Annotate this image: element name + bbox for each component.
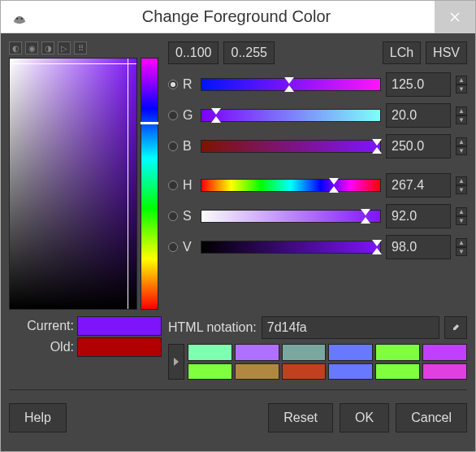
html-notation-label: HTML notation: xyxy=(168,320,257,335)
picker-mode-wheel-icon[interactable]: ◑ xyxy=(41,41,54,54)
channel-slider-r[interactable] xyxy=(201,78,381,91)
old-color-swatch[interactable] xyxy=(77,337,162,357)
close-icon xyxy=(450,12,460,22)
chevron-right-icon xyxy=(173,358,180,366)
swatch-grid xyxy=(188,344,467,380)
swatch-expand-button[interactable] xyxy=(168,344,184,380)
channel-label-r: R xyxy=(183,77,196,92)
picker-mode-row: ◐ ◉ ◑ ▷ ⠿ xyxy=(9,41,162,56)
channel-value-s[interactable]: 92.0 xyxy=(386,204,451,228)
swatch-10[interactable] xyxy=(375,363,420,380)
channel-radio-b[interactable] xyxy=(168,141,178,151)
channel-spin-down-s[interactable]: ▼ xyxy=(456,216,467,225)
channel-value-g[interactable]: 20.0 xyxy=(386,103,451,128)
channel-spin-down-v[interactable]: ▼ xyxy=(456,247,467,256)
picker-mode-palette-icon[interactable]: ⠿ xyxy=(74,41,87,54)
eyedropper-button[interactable] xyxy=(444,316,467,339)
picker-mode-gimp-icon[interactable]: ◐ xyxy=(9,41,22,54)
channel-spin-up-b[interactable]: ▲ xyxy=(456,137,467,146)
range-0-100-button[interactable]: 0..100 xyxy=(168,41,219,64)
picker-mode-watercolor-icon[interactable]: ◉ xyxy=(25,41,38,54)
channel-label-g: G xyxy=(183,108,196,123)
swatch-0[interactable] xyxy=(188,344,232,361)
dialog-body: ◐ ◉ ◑ ▷ ⠿ 0..100 xyxy=(1,33,475,451)
channel-slider-g[interactable] xyxy=(201,109,381,122)
channel-spin-up-v[interactable]: ▲ xyxy=(456,238,467,247)
current-color-swatch[interactable] xyxy=(77,316,162,336)
ok-button[interactable]: OK xyxy=(340,403,389,432)
swatch-1[interactable] xyxy=(235,344,279,361)
swatch-7[interactable] xyxy=(235,363,279,380)
cancel-button[interactable]: Cancel xyxy=(396,403,467,432)
channel-radio-r[interactable] xyxy=(168,80,178,89)
channel-value-h[interactable]: 267.4 xyxy=(386,173,451,198)
channel-spin-down-r[interactable]: ▼ xyxy=(456,85,467,93)
channel-radio-g[interactable] xyxy=(168,111,178,120)
titlebar: Change Foreground Color xyxy=(1,1,475,33)
swatch-11[interactable] xyxy=(422,363,467,380)
svg-point-1 xyxy=(21,17,23,19)
swatch-2[interactable] xyxy=(282,344,327,361)
sv-crosshair-h xyxy=(10,63,136,64)
reset-button[interactable]: Reset xyxy=(268,403,333,432)
channel-value-r[interactable]: 125.0 xyxy=(386,72,451,97)
channel-radio-v[interactable] xyxy=(168,242,178,252)
window-title: Change Foreground Color xyxy=(38,7,435,26)
channel-radio-h[interactable] xyxy=(168,180,178,190)
swatch-9[interactable] xyxy=(328,363,373,380)
old-label: Old: xyxy=(9,340,74,354)
channel-spin-up-g[interactable]: ▲ xyxy=(456,106,467,115)
swatch-8[interactable] xyxy=(282,363,327,380)
channel-label-v: V xyxy=(183,240,196,254)
svg-point-0 xyxy=(16,17,18,19)
channel-label-b: B xyxy=(183,139,196,154)
channel-spin-up-r[interactable]: ▲ xyxy=(456,76,467,85)
app-icon xyxy=(7,5,32,29)
channel-slider-b[interactable] xyxy=(201,140,381,153)
channel-spin-down-g[interactable]: ▼ xyxy=(456,115,467,124)
channel-slider-h[interactable] xyxy=(201,179,381,192)
sv-crosshair-v xyxy=(128,59,128,309)
close-button[interactable] xyxy=(435,1,475,33)
range-0-255-button[interactable]: 0..255 xyxy=(223,41,274,64)
html-notation-input[interactable] xyxy=(262,316,439,339)
color-dialog: Change Foreground Color ◐ ◉ ◑ ▷ ⠿ xyxy=(0,0,476,452)
swatch-5[interactable] xyxy=(422,344,467,361)
current-label: Current: xyxy=(9,319,74,333)
help-button[interactable]: Help xyxy=(9,403,67,432)
swatch-6[interactable] xyxy=(188,363,232,380)
channel-label-h: H xyxy=(183,178,196,193)
hue-marker xyxy=(141,122,158,124)
model-hsv-button[interactable]: HSV xyxy=(426,41,467,64)
channel-spin-up-h[interactable]: ▲ xyxy=(456,176,467,185)
channel-spin-down-h[interactable]: ▼ xyxy=(456,185,467,194)
swatch-3[interactable] xyxy=(328,344,373,361)
channel-label-s: S xyxy=(183,209,196,224)
channel-value-b[interactable]: 250.0 xyxy=(386,134,451,159)
model-lch-button[interactable]: LCh xyxy=(383,41,421,64)
saturation-value-field[interactable] xyxy=(9,58,137,310)
picker-mode-triangle-icon[interactable]: ▷ xyxy=(58,41,71,54)
channel-slider-v[interactable] xyxy=(201,241,381,254)
eyedropper-icon xyxy=(450,322,461,333)
channel-value-v[interactable]: 98.0 xyxy=(386,235,451,259)
channel-radio-s[interactable] xyxy=(168,211,178,221)
channel-slider-s[interactable] xyxy=(201,210,381,223)
channel-spin-down-b[interactable]: ▼ xyxy=(456,146,467,155)
channel-spin-up-s[interactable]: ▲ xyxy=(456,207,467,216)
hue-bar[interactable] xyxy=(141,58,158,310)
swatch-4[interactable] xyxy=(375,344,420,361)
